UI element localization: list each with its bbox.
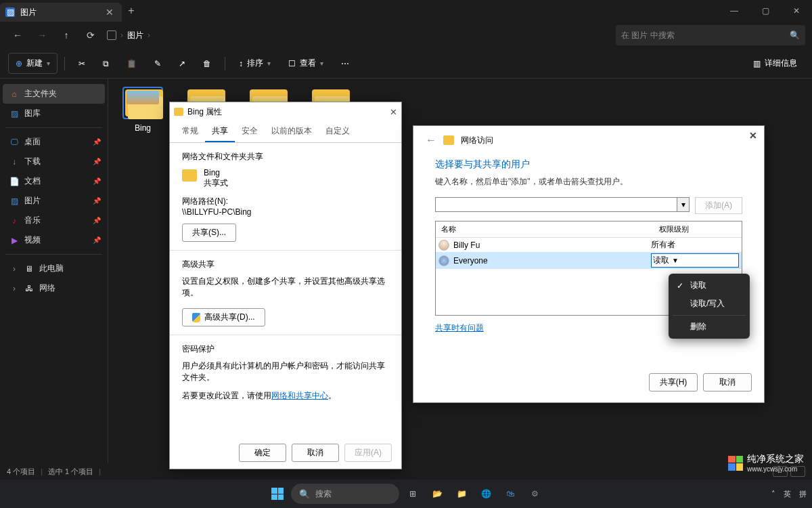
sidebar-item-network[interactable]: ›🖧网络 <box>3 278 105 298</box>
folder-icon <box>443 135 454 145</box>
forward-button[interactable]: → <box>31 24 53 46</box>
netpath-value: \\BILLYFU-PC\Bing <box>182 207 389 217</box>
tab-share[interactable]: 共享 <box>205 121 235 142</box>
permission-dropdown[interactable]: 读取▼ <box>651 253 739 268</box>
more-button[interactable]: ⋯ <box>334 55 356 72</box>
sidebar-item-desktop[interactable]: 🖵桌面📌 <box>3 132 105 152</box>
search-input[interactable]: 在 图片 中搜索 🔍 <box>616 25 805 45</box>
close-window-button[interactable]: ✕ <box>781 0 812 22</box>
chevron-down-icon: ▼ <box>672 257 679 264</box>
task-view-icon[interactable]: ⊞ <box>402 483 424 505</box>
tab-previous[interactable]: 以前的版本 <box>265 121 319 142</box>
sidebar-item-downloads[interactable]: ↓下载📌 <box>3 152 105 171</box>
dialog-title: Bing 属性 <box>187 106 222 118</box>
details-pane-button[interactable]: ▥详细信息 <box>746 54 804 73</box>
taskbar: 🔍搜索 ⊞ 📂 📁 🌐 🛍 ⚙ <box>0 480 812 508</box>
sidebar-item-videos[interactable]: ▶视频📌 <box>3 230 105 250</box>
rename-button[interactable]: ✎ <box>148 55 168 72</box>
tray-ime[interactable]: 拼 <box>799 489 807 499</box>
paste-button[interactable]: 📋 <box>120 55 143 72</box>
start-button[interactable] <box>267 483 288 505</box>
sidebar-item-home[interactable]: ⌂主文件夹 <box>3 84 105 104</box>
pin-icon: 📌 <box>93 138 101 146</box>
share-heading: 选择要与其共享的用户 <box>435 158 742 171</box>
advanced-share-button[interactable]: 高级共享(D)... <box>182 308 265 326</box>
folder-label: Bing <box>116 123 169 133</box>
share-confirm-button[interactable]: 共享(H) <box>649 373 698 391</box>
tray-lang[interactable]: 英 <box>784 489 791 499</box>
perm-menu-read[interactable]: ✓读取 <box>669 276 750 295</box>
sidebar-item-music[interactable]: ♪音乐📌 <box>3 211 105 230</box>
home-icon: ⌂ <box>9 89 19 99</box>
breadcrumb[interactable]: › 图片 › <box>104 30 153 41</box>
dialog-title: 网络访问 <box>461 135 493 146</box>
network-icon: 🖧 <box>24 284 34 293</box>
tab-security[interactable]: 安全 <box>235 121 265 142</box>
pin-icon: 📌 <box>93 197 101 205</box>
apply-button[interactable]: 应用(A) <box>344 444 392 462</box>
minimize-button[interactable]: — <box>719 0 750 22</box>
chevron-down-icon: ▾ <box>267 60 271 67</box>
cancel-button[interactable]: 取消 <box>703 373 752 391</box>
status-selected: 选中 1 个项目 <box>48 467 93 477</box>
cancel-button[interactable]: 取消 <box>292 444 339 462</box>
share-button[interactable]: 共享(S)... <box>182 224 236 242</box>
divider <box>225 57 225 70</box>
share-button[interactable]: ↗ <box>172 55 192 72</box>
chevron-down-icon[interactable]: ▾ <box>677 198 689 211</box>
netpath-label: 网络路径(N): <box>182 196 389 207</box>
network-center-link[interactable]: 网络和共享中心 <box>271 391 328 400</box>
ok-button[interactable]: 确定 <box>239 444 286 462</box>
search-icon: 🔍 <box>299 489 310 499</box>
back-icon[interactable]: ← <box>426 134 436 146</box>
user-combobox[interactable]: ▾ <box>435 197 690 212</box>
close-icon[interactable]: ✕ <box>390 107 397 117</box>
search-placeholder: 在 图片 中搜索 <box>621 30 675 41</box>
folder-icon <box>182 169 197 182</box>
folder-bing[interactable]: Bing <box>116 87 169 133</box>
sidebar-item-pictures[interactable]: ▨图片📌 <box>3 191 105 211</box>
sidebar-item-pc[interactable]: ›🖥此电脑 <box>3 259 105 278</box>
pin-icon: 📌 <box>93 158 101 165</box>
maximize-button[interactable]: ▢ <box>750 0 781 22</box>
column-name[interactable]: 名称 <box>436 221 654 237</box>
details-icon: ▥ <box>753 59 761 68</box>
window-tab[interactable]: ▨ 图片 ✕ <box>0 3 122 22</box>
music-icon: ♪ <box>9 216 19 226</box>
taskbar-search[interactable]: 🔍搜索 <box>291 484 399 504</box>
taskbar-explorer[interactable]: 📁 <box>451 483 472 505</box>
refresh-button[interactable]: ⟳ <box>80 24 102 46</box>
taskbar-store[interactable]: 🛍 <box>499 483 521 505</box>
breadcrumb-pictures[interactable]: 图片 <box>127 30 143 41</box>
up-button[interactable]: ↑ <box>55 24 77 46</box>
taskbar-app[interactable]: 📂 <box>426 483 448 505</box>
close-icon[interactable]: ✕ <box>749 130 757 141</box>
network-share-dialog: ✕ ← 网络访问 选择要与其共享的用户 键入名称，然后单击"添加"，或者单击箭头… <box>413 125 765 403</box>
perm-menu-readwrite[interactable]: 读取/写入 <box>669 295 750 313</box>
sidebar-item-documents[interactable]: 📄文档📌 <box>3 171 105 191</box>
tray-chevron-icon[interactable]: ˄ <box>771 490 775 499</box>
cut-button[interactable]: ✂ <box>72 55 92 72</box>
add-button[interactable]: 添加(A) <box>695 197 742 214</box>
tab-custom[interactable]: 自定义 <box>319 121 357 142</box>
copy-button[interactable]: ⧉ <box>96 55 116 72</box>
view-button[interactable]: ☐查看▾ <box>281 54 330 73</box>
tab-general[interactable]: 常规 <box>175 121 205 142</box>
close-tab-icon[interactable]: ✕ <box>106 7 114 18</box>
system-tray[interactable]: ˄ 英 拼 <box>771 480 807 508</box>
user-row-everyone[interactable]: Everyone 读取▼ <box>436 252 742 269</box>
delete-button[interactable]: 🗑 <box>196 55 218 72</box>
perm-menu-remove[interactable]: 删除 <box>669 318 750 336</box>
status-bar: 4 个项目 | 选中 1 个项目 | <box>0 463 812 480</box>
trouble-link[interactable]: 共享时有问题 <box>435 323 484 333</box>
new-button[interactable]: ⊕新建▾ <box>8 53 58 74</box>
column-permission[interactable]: 权限级别 <box>654 221 742 237</box>
new-tab-button[interactable]: + <box>122 0 141 22</box>
user-row[interactable]: Billy Fu 所有者 <box>436 238 742 252</box>
back-button[interactable]: ← <box>7 24 28 46</box>
videos-icon: ▶ <box>9 236 19 245</box>
taskbar-edge[interactable]: 🌐 <box>475 483 497 505</box>
sidebar-item-gallery[interactable]: ▨图库 <box>3 104 105 123</box>
sort-button[interactable]: ↕排序▾ <box>232 54 277 73</box>
taskbar-settings[interactable]: ⚙ <box>524 483 545 505</box>
